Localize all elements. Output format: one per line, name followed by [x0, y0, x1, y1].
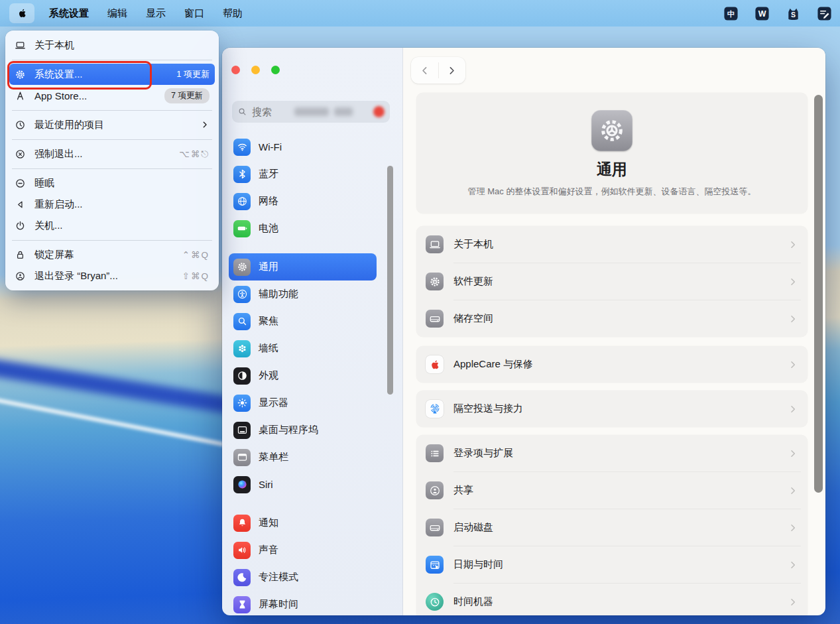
sidebar-scrollbar[interactable]	[387, 166, 393, 395]
menu-item-lock-screen[interactable]: 锁定屏幕 ⌃⌘Q	[9, 244, 215, 265]
apple-menu-button[interactable]	[9, 3, 34, 23]
menu-item-restart[interactable]: 重新启动...	[9, 194, 215, 215]
search-icon	[237, 107, 247, 117]
sidebar-item-bluetooth[interactable]: 蓝牙	[229, 160, 377, 188]
chevron-right-icon	[788, 560, 798, 570]
power-icon	[15, 219, 28, 232]
menu-item-recent-items[interactable]: 最近使用的项目	[9, 114, 215, 135]
chevron-right-icon	[788, 485, 798, 496]
input-method-icon[interactable]: 中	[723, 6, 739, 21]
sidebar-item-spotlight[interactable]: 聚焦	[229, 308, 377, 335]
startup-disk-icon	[426, 519, 444, 536]
shortcut-label: ⇧⌘Q	[182, 271, 210, 281]
menu-item-system-settings[interactable]: 系统设置... 1 项更新	[9, 64, 215, 85]
shortcut-label: ⌥⌘⎋	[179, 149, 210, 160]
row-about-this-mac[interactable]: 关于本机	[416, 226, 808, 263]
sidebar-item-notifications[interactable]: 通知	[229, 509, 377, 536]
focus-moon-icon	[233, 569, 251, 586]
sidebar-item-siri[interactable]: Siri	[229, 471, 377, 498]
row-software-update[interactable]: 软件更新	[416, 263, 808, 300]
sidebar-item-displays[interactable]: 显示器	[229, 389, 377, 416]
redacted-badge	[373, 106, 385, 117]
chevron-right-icon	[788, 404, 798, 414]
airdrop-icon	[426, 400, 444, 418]
general-header-card: 通用 管理 Mac 的整体设置和偏好设置，例如软件更新、设备语言、隔空投送等。	[416, 93, 808, 214]
wifi-icon	[233, 139, 251, 156]
cat-s-icon[interactable]: S	[786, 6, 801, 21]
forward-button[interactable]	[439, 57, 466, 84]
sidebar-item-screen-time[interactable]: 屏幕时间	[229, 591, 377, 615]
sidebar-item-desktop-dock[interactable]: 桌面与程序坞	[229, 416, 377, 444]
row-sharing[interactable]: 共享	[416, 472, 808, 509]
update-count-badge: 7 项更新	[164, 88, 210, 103]
menu-item-log-out[interactable]: 退出登录 “Bryan”... ⇧⌘Q	[9, 265, 215, 286]
sidebar-item-focus[interactable]: 专注模式	[229, 564, 377, 591]
apple-menu-dropdown: 关于本机 系统设置... 1 项更新 App Store... 7 项更新 最近…	[5, 31, 219, 290]
screen-time-hourglass-icon	[233, 596, 251, 613]
chevron-right-icon	[788, 239, 798, 250]
menu-item-about-this-mac[interactable]: 关于本机	[9, 34, 215, 56]
menubar-item-edit[interactable]: 编辑	[98, 3, 137, 23]
sidebar-item-network[interactable]: 网络	[229, 188, 377, 215]
row-airdrop-handoff[interactable]: 隔空投送与接力	[416, 391, 808, 427]
menu-item-sleep[interactable]: 睡眠	[9, 172, 215, 194]
sidebar-item-sound[interactable]: 声音	[229, 536, 377, 564]
sidebar-search-field[interactable]	[232, 101, 390, 123]
menu-separator	[12, 236, 212, 244]
sleep-icon	[15, 176, 28, 190]
row-applecare-warranty[interactable]: AppleCare 与保修	[416, 346, 808, 383]
time-machine-icon	[426, 593, 444, 611]
logout-person-icon	[15, 269, 28, 282]
menu-item-app-store[interactable]: App Store... 7 项更新	[9, 85, 215, 106]
zoom-button[interactable]	[271, 66, 280, 74]
wps-office-icon[interactable]: W	[754, 6, 770, 21]
about-mac-laptop-icon	[426, 235, 444, 253]
sidebar-item-wallpaper[interactable]: 墙纸	[229, 335, 377, 362]
redacted-text	[334, 107, 353, 116]
wallpaper-icon	[233, 340, 251, 357]
settings-main-pane: 通用 管理 Mac 的整体设置和偏好设置，例如软件更新、设备语言、隔空投送等。 …	[403, 48, 825, 615]
main-scrollbar[interactable]	[814, 95, 823, 493]
settings-group: 登录项与扩展 共享 启动磁盘 日期与时间	[416, 435, 808, 615]
sidebar-item-battery[interactable]: 电池	[229, 215, 377, 242]
accessibility-icon	[233, 286, 251, 303]
applecare-apple-icon	[426, 355, 444, 373]
sidebar-item-general[interactable]: 通用	[229, 253, 377, 281]
menubar-item-window[interactable]: 窗口	[175, 3, 213, 23]
menubar-item-view[interactable]: 显示	[137, 3, 175, 23]
sidebar-item-accessibility[interactable]: 辅助功能	[229, 281, 377, 308]
close-button[interactable]	[231, 66, 240, 74]
menubar-item-help[interactable]: 帮助	[213, 3, 252, 23]
back-button[interactable]	[411, 57, 438, 84]
sidebar-item-wifi[interactable]: Wi-Fi	[229, 133, 377, 160]
row-startup-disk[interactable]: 启动磁盘	[416, 509, 808, 546]
sidebar-item-menu-bar[interactable]: 菜单栏	[229, 444, 377, 471]
page-title: 通用	[597, 159, 627, 180]
menu-separator	[12, 106, 212, 114]
sidebar-item-appearance[interactable]: 外观	[229, 362, 377, 389]
clock-icon	[15, 118, 28, 131]
row-date-time[interactable]: 日期与时间	[416, 546, 808, 583]
gear-icon	[15, 68, 28, 81]
chevron-right-icon	[788, 314, 798, 324]
laptop-icon	[15, 38, 28, 52]
minimize-button[interactable]	[251, 66, 260, 74]
settings-group: 隔空投送与接力	[416, 391, 808, 427]
menu-item-shut-down[interactable]: 关机...	[9, 215, 215, 236]
search-input[interactable]	[251, 105, 293, 118]
menu-separator	[12, 56, 212, 64]
notes-widget-icon[interactable]	[817, 6, 832, 21]
row-login-items-extensions[interactable]: 登录项与扩展	[416, 435, 808, 471]
menubar-app-name[interactable]: 系统设置	[40, 3, 98, 23]
settings-sidebar: Wi-Fi 蓝牙 网络 电池 通用 辅助功能	[222, 48, 403, 615]
menu-separator	[12, 135, 212, 143]
system-settings-window: Wi-Fi 蓝牙 网络 电池 通用 辅助功能	[222, 48, 825, 615]
row-storage[interactable]: 储存空间	[416, 300, 808, 337]
chevron-left-icon	[419, 65, 430, 76]
desktop-dock-icon	[233, 422, 251, 439]
row-time-machine[interactable]: 时间机器	[416, 584, 808, 615]
siri-icon	[233, 476, 251, 493]
lock-icon	[15, 248, 28, 261]
svg-text:中: 中	[727, 9, 735, 17]
menu-item-force-quit[interactable]: 强制退出... ⌥⌘⎋	[9, 143, 215, 164]
